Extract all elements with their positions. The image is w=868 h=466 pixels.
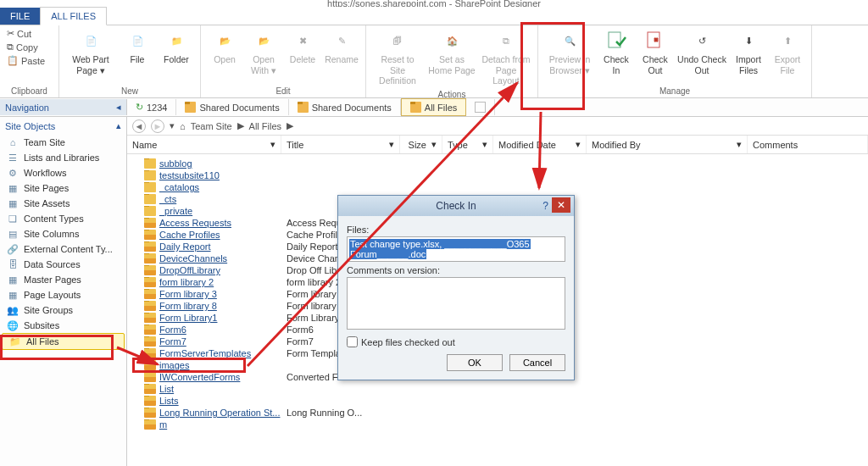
- file-name[interactable]: IWConvertedForms: [159, 372, 240, 382]
- detach-layout-button[interactable]: ⧉Detach from Page Layout: [480, 27, 532, 88]
- file-name[interactable]: Form Library1: [159, 313, 217, 323]
- nav-tab-1[interactable]: Shared Documents: [176, 99, 288, 115]
- folder-icon: [185, 102, 196, 113]
- sidebar-item-external-content-ty-[interactable]: 🔗External Content Ty...: [0, 241, 126, 257]
- keep-checked-out-option[interactable]: Keep files checked out: [347, 336, 565, 347]
- nav-tab-blank[interactable]: [466, 99, 495, 115]
- sidebar-item-page-layouts[interactable]: ▦Page Layouts: [0, 287, 126, 302]
- sidebar-item-site-groups[interactable]: 👥Site Groups: [0, 302, 126, 318]
- new-folder-button[interactable]: 📁Folder: [158, 27, 195, 67]
- file-row[interactable]: List: [127, 383, 868, 395]
- new-file-button[interactable]: 📄File: [119, 27, 156, 67]
- open-button[interactable]: 📂Open: [206, 27, 243, 67]
- file-name[interactable]: DropOffLibrary: [159, 265, 220, 275]
- files-box[interactable]: Test change type.xlsx, ____________O365 …: [347, 236, 565, 262]
- nav-tab-0[interactable]: ↻1234: [127, 99, 176, 115]
- file-name[interactable]: form library 2: [159, 277, 214, 287]
- breadcrumb-path[interactable]: All Files: [249, 121, 282, 131]
- webpart-page-button[interactable]: 📄Web Part Page ▾: [64, 27, 117, 77]
- tab-all-files[interactable]: ALL FILES: [40, 7, 107, 25]
- col-modified-by[interactable]: Modified By▾: [587, 136, 748, 153]
- file-name[interactable]: testsubsite110: [159, 170, 220, 180]
- file-name[interactable]: _private: [159, 206, 192, 216]
- file-name[interactable]: Long Running Operation St...: [159, 408, 280, 418]
- nav-tab-3[interactable]: All Files: [401, 98, 467, 116]
- col-name[interactable]: Name▾: [127, 136, 281, 153]
- file-name[interactable]: Access Requests: [159, 218, 231, 228]
- sidebar-item-workflows[interactable]: ⚙Workflows: [0, 165, 126, 180]
- file-row[interactable]: m: [127, 419, 868, 430]
- delete-button[interactable]: ✖Delete: [284, 27, 321, 67]
- sidebar-item-site-columns[interactable]: ▤Site Columns: [0, 226, 126, 241]
- file-name[interactable]: DeviceChannels: [159, 253, 227, 264]
- dialog-close-button[interactable]: ✕: [552, 197, 570, 213]
- chevron-down-icon[interactable]: ▾: [170, 120, 175, 131]
- col-type[interactable]: Type▾: [442, 136, 493, 153]
- delete-icon: ✖: [291, 29, 314, 53]
- open-with-button[interactable]: 📂Open With ▾: [245, 27, 282, 77]
- folder-icon: [144, 408, 156, 418]
- ok-button[interactable]: OK: [447, 354, 503, 371]
- set-home-button[interactable]: 🏠Set as Home Page: [426, 27, 478, 77]
- file-name[interactable]: m: [159, 419, 167, 430]
- dialog-help-button[interactable]: ?: [542, 200, 548, 212]
- tab-file[interactable]: FILE: [0, 8, 40, 25]
- file-name[interactable]: FormServerTemplates: [159, 348, 251, 358]
- sidebar-item-all-files[interactable]: 📁All Files: [2, 333, 125, 350]
- col-title[interactable]: Title▾: [281, 136, 400, 153]
- sidebar-item-site-pages[interactable]: ▦Site Pages: [0, 180, 126, 196]
- nav-tab-2[interactable]: Shared Documents: [289, 99, 401, 115]
- cancel-button[interactable]: Cancel: [509, 354, 565, 371]
- sidebar-item-lists-and-libraries[interactable]: ☰Lists and Libraries: [0, 150, 126, 165]
- sidebar-header[interactable]: Site Objects▴: [0, 117, 126, 135]
- col-size[interactable]: Size▾: [400, 136, 442, 153]
- sidebar-item-team-site[interactable]: ⌂Team Site: [0, 135, 126, 150]
- import-files-button[interactable]: ⬇Import Files: [730, 27, 767, 77]
- column-headers: Name▾ Title▾ Size▾ Type▾ Modified Date▾ …: [127, 136, 868, 154]
- check-out-button[interactable]: Check Out: [637, 27, 674, 77]
- file-name[interactable]: Form library 8: [159, 301, 217, 311]
- sidebar-item-master-pages[interactable]: ▦Master Pages: [0, 272, 126, 287]
- file-name[interactable]: Cache Profiles: [159, 230, 220, 240]
- file-name[interactable]: _catalogs: [159, 182, 199, 192]
- sidebar-item-content-types[interactable]: ❏Content Types: [0, 211, 126, 226]
- preview-browser-button[interactable]: 🔍Preview in Browser ▾: [543, 27, 596, 77]
- file-row[interactable]: testsubsite110: [127, 169, 868, 181]
- reset-definition-button[interactable]: 🗐Reset to Site Definition: [371, 27, 424, 88]
- file-row[interactable]: _catalogs: [127, 181, 868, 193]
- file-name[interactable]: Form7: [159, 336, 186, 347]
- cut-button[interactable]: ✂Cut: [5, 27, 47, 40]
- file-name[interactable]: _cts: [159, 194, 176, 204]
- navigation-header[interactable]: Navigation◂: [0, 99, 127, 115]
- rename-button[interactable]: ✎Rename: [323, 27, 360, 67]
- sidebar-item-site-assets[interactable]: ▦Site Assets: [0, 196, 126, 211]
- comments-textarea[interactable]: [347, 277, 565, 330]
- sidebar-item-subsites[interactable]: 🌐Subsites: [0, 318, 126, 333]
- file-name[interactable]: List: [159, 384, 174, 394]
- file-name[interactable]: images: [159, 360, 189, 370]
- file-name[interactable]: subblog: [159, 158, 192, 169]
- home-icon[interactable]: ⌂: [180, 121, 186, 131]
- keep-checkbox[interactable]: [347, 336, 358, 347]
- file-row[interactable]: subblog: [127, 158, 868, 169]
- file-name[interactable]: Daily Report: [159, 241, 211, 252]
- undo-checkout-button[interactable]: ↺Undo Check Out: [676, 27, 728, 77]
- nav-forward-button[interactable]: ►: [151, 119, 164, 133]
- folder-icon: [144, 253, 156, 264]
- file-name[interactable]: Lists: [159, 396, 179, 406]
- file-name[interactable]: Form6: [159, 325, 186, 335]
- paste-button[interactable]: 📋Paste: [5, 54, 47, 67]
- folder-icon: [298, 102, 309, 113]
- export-file-button[interactable]: ⬆Export File: [769, 27, 806, 77]
- file-row[interactable]: Long Running Operation St...Long Running…: [127, 407, 868, 419]
- file-name[interactable]: Form library 3: [159, 289, 217, 299]
- copy-button[interactable]: ⧉Copy: [5, 41, 47, 53]
- check-in-button[interactable]: Check In: [598, 27, 635, 77]
- col-modified-date[interactable]: Modified Date▾: [493, 136, 587, 153]
- col-comments[interactable]: Comments: [748, 136, 868, 153]
- sidebar-item-data-sources[interactable]: 🗄Data Sources: [0, 257, 126, 272]
- sidebar-icon: ▦: [7, 183, 19, 193]
- breadcrumb-root[interactable]: Team Site: [191, 121, 232, 131]
- nav-back-button[interactable]: ◄: [132, 119, 146, 133]
- file-row[interactable]: Lists: [127, 395, 868, 407]
